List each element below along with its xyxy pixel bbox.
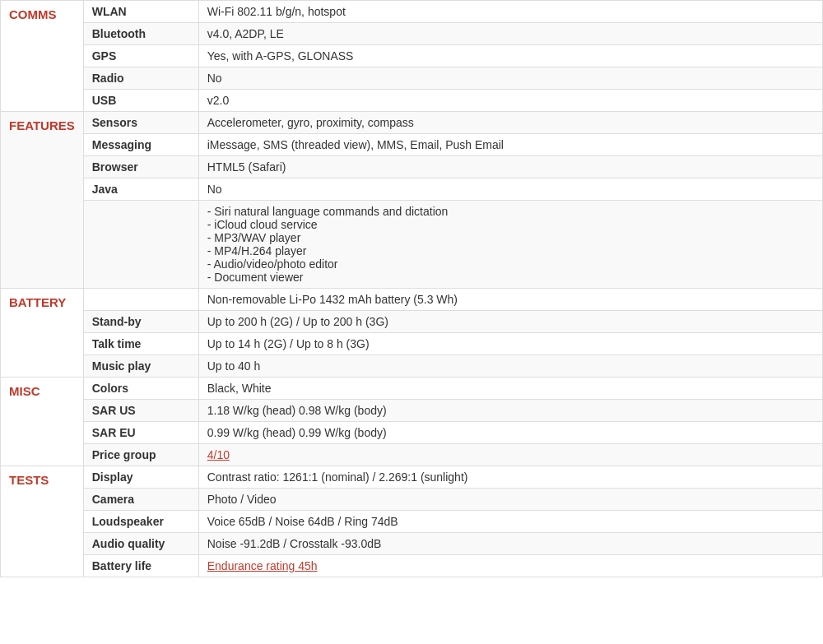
value-cell: Wi-Fi 802.11 b/g/n, hotspot bbox=[198, 1, 822, 23]
sub-label-cell: SAR EU bbox=[83, 422, 198, 444]
category-cell: MISC bbox=[1, 378, 84, 466]
value-cell: Noise -91.2dB / Crosstalk -93.0dB bbox=[198, 533, 822, 555]
value-link[interactable]: Endurance rating 45h bbox=[207, 559, 318, 572]
sub-label-cell: Radio bbox=[83, 67, 198, 90]
sub-label-cell: Messaging bbox=[83, 134, 198, 156]
table-row: MessagingiMessage, SMS (threaded view), … bbox=[1, 134, 823, 156]
sub-label-cell: USB bbox=[83, 90, 198, 112]
sub-label-cell: Camera bbox=[83, 489, 198, 511]
table-row: GPSYes, with A-GPS, GLONASS bbox=[1, 45, 823, 67]
sub-label-cell: Browser bbox=[83, 156, 198, 178]
value-cell: Up to 200 h (2G) / Up to 200 h (3G) bbox=[198, 311, 822, 333]
category-cell: BATTERY bbox=[1, 289, 84, 378]
table-row: MISCColorsBlack, White bbox=[1, 378, 823, 400]
sub-label-cell: GPS bbox=[83, 45, 198, 67]
table-row: Bluetoothv4.0, A2DP, LE bbox=[1, 23, 823, 45]
value-cell: 1.18 W/kg (head) 0.98 W/kg (body) bbox=[198, 400, 822, 422]
sub-label-cell: Battery life bbox=[83, 555, 198, 577]
sub-label-cell: SAR US bbox=[83, 400, 198, 422]
value-cell: 0.99 W/kg (head) 0.99 W/kg (body) bbox=[198, 422, 822, 444]
value-link[interactable]: 4/10 bbox=[207, 448, 230, 461]
table-row: - Siri natural language commands and dic… bbox=[1, 201, 823, 289]
sub-label-cell: Stand-by bbox=[83, 311, 198, 333]
table-row: JavaNo bbox=[1, 178, 823, 201]
value-cell: Contrast ratio: 1261:1 (nominal) / 2.269… bbox=[198, 466, 822, 489]
value-cell: Photo / Video bbox=[198, 489, 822, 511]
category-cell: TESTS bbox=[1, 466, 84, 577]
sub-label-cell: Java bbox=[83, 178, 198, 201]
value-cell: No bbox=[198, 67, 822, 90]
value-cell: Non-removable Li-Po 1432 mAh battery (5.… bbox=[198, 289, 822, 311]
value-cell: v4.0, A2DP, LE bbox=[198, 23, 822, 45]
table-row: SAR EU0.99 W/kg (head) 0.99 W/kg (body) bbox=[1, 422, 823, 444]
table-row: BrowserHTML5 (Safari) bbox=[1, 156, 823, 178]
sub-label-cell: Bluetooth bbox=[83, 23, 198, 45]
value-cell: Accelerometer, gyro, proximity, compass bbox=[198, 112, 822, 134]
table-row: Price group4/10 bbox=[1, 444, 823, 466]
sub-label-cell bbox=[83, 201, 198, 289]
value-cell: iMessage, SMS (threaded view), MMS, Emai… bbox=[198, 134, 822, 156]
table-row: TESTSDisplayContrast ratio: 1261:1 (nomi… bbox=[1, 466, 823, 489]
table-row: BATTERYNon-removable Li-Po 1432 mAh batt… bbox=[1, 289, 823, 311]
value-cell: Up to 40 h bbox=[198, 355, 822, 378]
table-row: SAR US1.18 W/kg (head) 0.98 W/kg (body) bbox=[1, 400, 823, 422]
value-cell: v2.0 bbox=[198, 90, 822, 112]
value-cell: Up to 14 h (2G) / Up to 8 h (3G) bbox=[198, 333, 822, 355]
value-cell: Voice 65dB / Noise 64dB / Ring 74dB bbox=[198, 511, 822, 533]
table-row: CameraPhoto / Video bbox=[1, 489, 823, 511]
value-cell: - Siri natural language commands and dic… bbox=[198, 201, 822, 289]
value-cell: 4/10 bbox=[198, 444, 822, 466]
sub-label-cell: WLAN bbox=[83, 1, 198, 23]
sub-label-cell bbox=[83, 289, 198, 311]
sub-label-cell: Talk time bbox=[83, 333, 198, 355]
sub-label-cell: Colors bbox=[83, 378, 198, 400]
table-row: Music playUp to 40 h bbox=[1, 355, 823, 378]
value-cell: Endurance rating 45h bbox=[198, 555, 822, 577]
value-cell: No bbox=[198, 178, 822, 201]
sub-label-cell: Sensors bbox=[83, 112, 198, 134]
table-row: Audio qualityNoise -91.2dB / Crosstalk -… bbox=[1, 533, 823, 555]
table-row: Battery lifeEndurance rating 45h bbox=[1, 555, 823, 577]
value-cell: Yes, with A-GPS, GLONASS bbox=[198, 45, 822, 67]
value-cell: Black, White bbox=[198, 378, 822, 400]
category-cell: COMMS bbox=[1, 1, 84, 112]
table-row: Stand-byUp to 200 h (2G) / Up to 200 h (… bbox=[1, 311, 823, 333]
table-row: LoudspeakerVoice 65dB / Noise 64dB / Rin… bbox=[1, 511, 823, 533]
table-row: COMMSWLANWi-Fi 802.11 b/g/n, hotspot bbox=[1, 1, 823, 23]
table-row: Talk timeUp to 14 h (2G) / Up to 8 h (3G… bbox=[1, 333, 823, 355]
table-row: USBv2.0 bbox=[1, 90, 823, 112]
sub-label-cell: Display bbox=[83, 466, 198, 489]
sub-label-cell: Audio quality bbox=[83, 533, 198, 555]
sub-label-cell: Loudspeaker bbox=[83, 511, 198, 533]
value-cell: HTML5 (Safari) bbox=[198, 156, 822, 178]
table-row: RadioNo bbox=[1, 67, 823, 90]
category-cell: FEATURES bbox=[1, 112, 84, 289]
table-row: FEATURESSensorsAccelerometer, gyro, prox… bbox=[1, 112, 823, 134]
sub-label-cell: Music play bbox=[83, 355, 198, 378]
specs-table: COMMSWLANWi-Fi 802.11 b/g/n, hotspotBlue… bbox=[0, 0, 823, 577]
sub-label-cell: Price group bbox=[83, 444, 198, 466]
